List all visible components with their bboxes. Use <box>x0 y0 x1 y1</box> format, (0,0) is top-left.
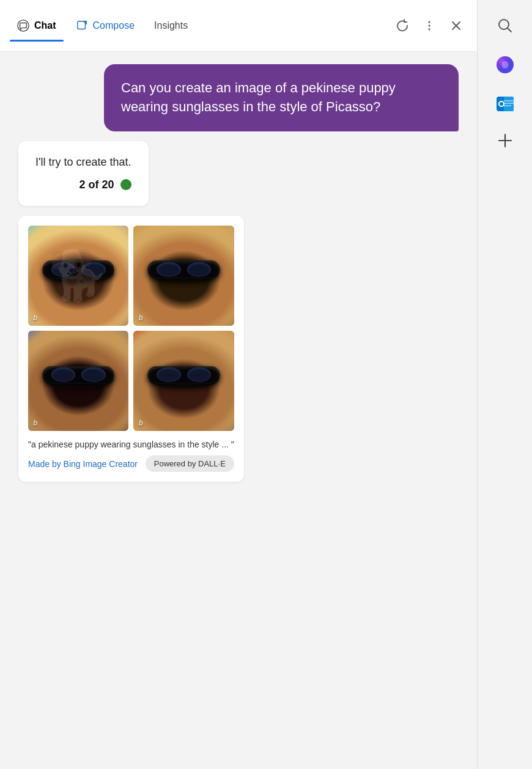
tab-chat[interactable]: Chat <box>10 15 64 37</box>
compose-icon <box>76 20 88 32</box>
sidebar-search-icon[interactable] <box>492 12 519 39</box>
user-message-text: Can you create an image of a pekinese pu… <box>121 80 396 114</box>
ai-response-text: I'll try to create that. <box>35 156 131 169</box>
dog-glasses-3 <box>42 366 114 384</box>
svg-rect-1 <box>77 21 85 29</box>
svg-point-4 <box>429 29 430 31</box>
image-footer: Made by Bing Image Creator Powered by DA… <box>28 455 234 472</box>
svg-point-2 <box>429 21 430 23</box>
svg-rect-11 <box>504 105 511 106</box>
chat-content: Can you create an image of a pekinese pu… <box>0 52 477 769</box>
more-options-button[interactable] <box>418 15 440 37</box>
dog-face-3 <box>28 331 128 431</box>
generated-image-3[interactable]: b <box>28 331 128 431</box>
tab-insights-label: Insights <box>154 20 188 31</box>
svg-point-13 <box>500 102 503 106</box>
dog-face-1 <box>28 226 128 326</box>
chat-icon <box>17 20 29 32</box>
sidebar-copilot-icon[interactable] <box>492 51 519 78</box>
image-grid: b b b <box>28 226 234 432</box>
dog-glasses-4 <box>147 366 220 384</box>
bing-watermark-2: b <box>138 314 142 322</box>
dall-e-badge: Powered by DALL·E <box>146 455 234 472</box>
dog-face-2 <box>133 226 234 326</box>
image-results-card: b b b <box>18 216 244 482</box>
generated-image-1[interactable]: b <box>28 226 128 326</box>
image-caption: "a pekinese puppy wearing sunglasses in … <box>28 440 234 449</box>
bing-watermark-1: b <box>33 314 37 322</box>
bing-watermark-3: b <box>33 419 37 427</box>
dog-glasses-1 <box>42 260 114 279</box>
svg-point-3 <box>429 25 430 27</box>
right-sidebar <box>477 0 532 769</box>
svg-point-0 <box>18 20 29 31</box>
svg-rect-10 <box>504 103 514 104</box>
made-by-bing-link[interactable]: Made by Bing Image Creator <box>28 459 138 469</box>
dog-glasses-2 <box>147 260 220 279</box>
generated-image-2[interactable]: b <box>133 226 234 326</box>
dog-face-4 <box>133 331 234 431</box>
usage-dot <box>120 179 131 190</box>
tab-bar: Chat Compose Insights <box>0 0 477 52</box>
refresh-button[interactable] <box>391 15 413 37</box>
tab-insights[interactable]: Insights <box>147 15 195 36</box>
close-button[interactable] <box>445 15 467 37</box>
tab-compose[interactable]: Compose <box>68 15 142 37</box>
add-app-button[interactable] <box>494 130 516 152</box>
generated-image-4[interactable]: b <box>133 331 234 431</box>
tab-compose-label: Compose <box>93 20 135 31</box>
usage-text: 2 of 20 <box>79 178 114 191</box>
tab-chat-label: Chat <box>34 20 56 31</box>
usage-indicator: 2 of 20 <box>35 178 131 191</box>
ai-response-card: I'll try to create that. 2 of 20 <box>18 141 149 206</box>
bing-watermark-4: b <box>138 419 142 427</box>
user-message-bubble: Can you create an image of a pekinese pu… <box>104 64 459 131</box>
sidebar-outlook-icon[interactable] <box>492 90 519 117</box>
svg-rect-9 <box>504 100 514 101</box>
main-panel: Chat Compose Insights <box>0 0 477 769</box>
